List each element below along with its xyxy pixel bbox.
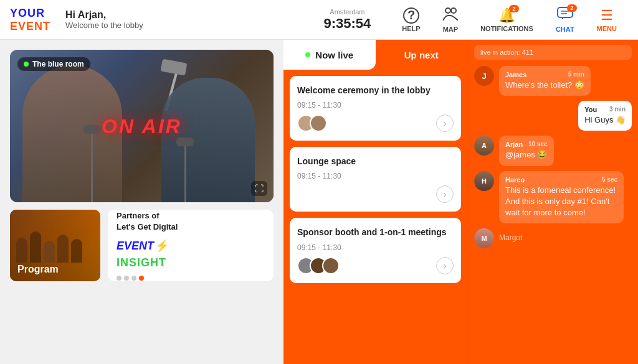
partner-title: Partners ofLet's Get Digital: [117, 210, 178, 233]
time-harco: 5 sec: [602, 176, 617, 184]
chat-message-arjan: A Arjan 10 sec @james 😂: [474, 136, 632, 166]
nav-map-label: MAP: [443, 26, 458, 33]
dot-2[interactable]: [124, 276, 129, 281]
chat-bubble-arjan: Arjan 10 sec @james 😂: [499, 136, 554, 166]
sender-arjan: Arjan 10 sec: [505, 141, 548, 148]
session-avatars-3: [297, 257, 335, 274]
greeting: Hi Arjan, Welcome to the lobby: [65, 9, 143, 30]
partner-logo-insight: INSIGHT: [117, 256, 166, 269]
chat-icon: 2: [557, 7, 573, 24]
text-james: Where's the toilet? 😳: [505, 80, 584, 91]
program-card[interactable]: Program: [10, 210, 100, 281]
time-you: 3 min: [609, 106, 626, 113]
session-arrow-3[interactable]: ›: [436, 257, 454, 274]
video-card[interactable]: The blue room ON AIR ⛶: [10, 50, 274, 202]
session-footer-1: ›: [297, 114, 454, 132]
nav-menu[interactable]: ☰ MENU: [586, 0, 628, 40]
text-arjan: @james 😂: [505, 149, 548, 161]
nav-menu-label: MENU: [597, 25, 617, 32]
session-avatars-1: [297, 114, 322, 132]
sender-you: You 3 min: [584, 106, 626, 113]
nav-notifications-label: NOTIFICATIONS: [480, 25, 533, 32]
logo: YOUR EVENT: [10, 7, 50, 33]
dot-3[interactable]: [131, 276, 136, 281]
bell-icon: 🔔 2: [498, 7, 515, 24]
session-time-3: 09:15 - 11:30: [297, 243, 454, 252]
nav-help-label: HELP: [402, 25, 420, 32]
nav-help[interactable]: ? HELP: [391, 0, 431, 40]
sender-name-margot: Margot: [499, 228, 522, 242]
chat-message-margot: M Margot: [474, 228, 632, 248]
session-title-3: Sponsor booth and 1-on-1 meetings: [297, 226, 454, 238]
middle-panel: Now live Up next Welcome ceremony in the…: [283, 40, 467, 364]
sender-name-harco: Harco: [505, 176, 525, 184]
chat-bubble-harco: Harco 5 sec This is a fomeneal conferenc…: [499, 171, 624, 224]
session-footer-3: ›: [297, 257, 454, 274]
session-title-2: Lounge space: [297, 156, 454, 167]
help-icon: ?: [403, 7, 419, 24]
session-tabs: Now live Up next: [283, 40, 467, 70]
room-label-badge: The blue room: [17, 57, 90, 71]
nav-chat-label: CHAT: [556, 26, 574, 33]
session-card-3[interactable]: Sponsor booth and 1-on-1 meetings 09:15 …: [290, 218, 461, 282]
time-arjan: 10 sec: [528, 141, 548, 148]
session-footer-2: ›: [297, 185, 454, 203]
nav-bar: ? HELP MAP 🔔 2 NOTIFICATIONS 2 CHAT ☰ M: [391, 0, 628, 40]
nav-map[interactable]: MAP: [432, 0, 469, 40]
greeting-hi: Hi Arjan,: [65, 9, 143, 21]
sender-name-james: James: [505, 71, 526, 78]
avatar-james: J: [474, 66, 494, 86]
session-card-2[interactable]: Lounge space 09:15 - 11:30 ›: [290, 147, 461, 212]
clock: Amsterdam 9:35:54: [324, 8, 371, 32]
clock-city: Amsterdam: [324, 8, 371, 16]
avatar-margot: M: [474, 228, 494, 248]
session-arrow-2[interactable]: ›: [436, 185, 454, 203]
dot-1[interactable]: [117, 276, 121, 281]
program-label: Program: [17, 264, 59, 275]
chat-badge: 2: [567, 4, 577, 12]
tab-now-live[interactable]: Now live: [283, 40, 376, 70]
now-live-dot: [305, 52, 310, 57]
left-panel: The blue room ON AIR ⛶: [0, 40, 283, 364]
partner-logo: EVENT ⚡: [117, 239, 170, 253]
notifications-badge: 2: [509, 5, 519, 12]
fullscreen-button[interactable]: ⛶: [251, 181, 267, 196]
nav-chat[interactable]: 2 CHAT: [545, 0, 586, 40]
live-indicator: [24, 62, 29, 67]
sender-james: James 5 min: [505, 71, 584, 78]
tab-up-next[interactable]: Up next: [376, 40, 468, 70]
menu-icon: ☰: [601, 7, 613, 24]
logo-event: EVENT: [10, 20, 50, 33]
session-time-2: 09:15 - 11:30: [297, 172, 454, 180]
app-header: YOUR EVENT Hi Arjan, Welcome to the lobb…: [0, 0, 638, 40]
dot-4[interactable]: [139, 276, 144, 281]
session-card-1[interactable]: Welcome ceremony in the lobby 09:15 - 11…: [290, 76, 461, 141]
logo-your: YOUR: [10, 7, 50, 20]
bottom-cards: Program Partners ofLet's Get Digital EVE…: [10, 210, 274, 281]
chat-top-partial: live in action: 411: [474, 45, 632, 60]
chat-bubble-you: You 3 min Hi Guys 👋: [578, 101, 632, 131]
svg-point-1: [451, 8, 456, 13]
tab-next-label: Up next: [404, 50, 439, 60]
chat-messages: live in action: 411 J James 5 min Where'…: [468, 40, 638, 364]
carousel-dots: [117, 276, 144, 281]
text-harco: This is a fomeneal conference! And this …: [505, 185, 617, 219]
sender-name-arjan: Arjan: [505, 141, 523, 148]
chat-bubble-james: James 5 min Where's the toilet? 😳: [499, 66, 591, 96]
nav-notifications[interactable]: 🔔 2 NOTIFICATIONS: [469, 0, 545, 40]
svg-point-0: [445, 8, 450, 13]
chat-message-james: J James 5 min Where's the toilet? 😳: [474, 66, 632, 96]
avatar-harco: H: [474, 171, 494, 191]
chat-message-harco: H Harco 5 sec This is a fomeneal confere…: [474, 171, 632, 224]
session-arrow-1[interactable]: ›: [436, 114, 454, 132]
chat-panel: live in action: 411 J James 5 min Where'…: [467, 40, 638, 364]
partner-card: Partners ofLet's Get Digital EVENT ⚡ INS…: [108, 210, 274, 281]
on-air-text: ON AIR: [102, 114, 182, 138]
sessions-list: Welcome ceremony in the lobby 09:15 - 11…: [283, 70, 467, 364]
main-content: The blue room ON AIR ⛶: [0, 40, 638, 364]
room-label-text: The blue room: [32, 60, 84, 68]
time-james: 5 min: [568, 71, 584, 78]
greeting-sub: Welcome to the lobby: [65, 21, 143, 30]
clock-time: 9:35:54: [324, 16, 371, 32]
avatar-arjan: A: [474, 136, 494, 156]
